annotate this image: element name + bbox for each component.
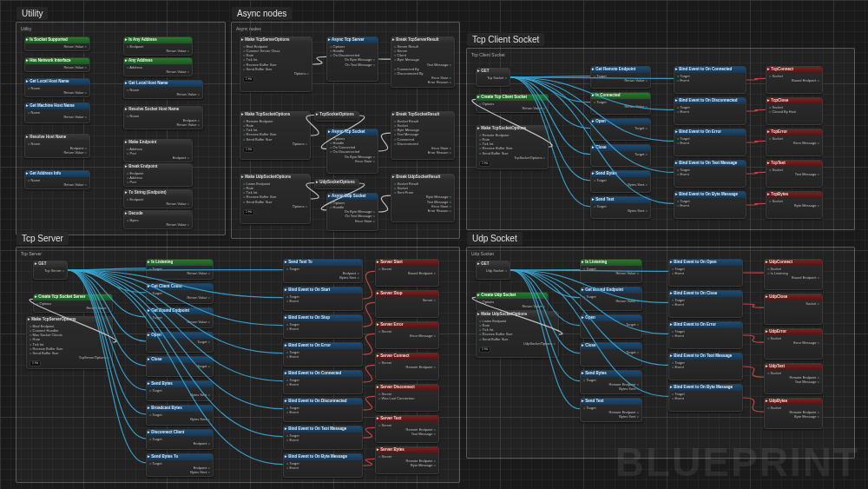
pin[interactable]: Bound Endpoint [767, 275, 819, 280]
pin[interactable]: TcpSocketOptions [479, 155, 545, 160]
pin[interactable]: Return Value [594, 104, 648, 109]
node-udps-src[interactable]: ▸ GETUdp Socket [476, 261, 510, 280]
node-tcps-c2-0[interactable]: ▸ Is ListeningTargetReturn Value [146, 259, 214, 280]
node-tcps-c3-5[interactable]: ▸ Bind Event to On DisconnectedTargetEve… [283, 398, 363, 422]
pin[interactable]: Target [583, 322, 639, 327]
node-tcps-c2-3[interactable]: ▸ OpenTarget [146, 332, 214, 353]
pin[interactable]: Return Value [127, 92, 200, 96]
node-tcps-c3-7[interactable]: ▸ Bind Event to On Byte MessageTargetEve… [283, 453, 363, 478]
node-udps-c2-0[interactable]: ▸ Is ListeningTargetReturn Value [580, 259, 642, 283]
pin[interactable]: Socket [767, 301, 819, 306]
node-a7[interactable]: ▸ UdpSocketOptions [314, 179, 359, 189]
node-udps-c4-3[interactable]: ▸ UdpTextSocketRemote EndpointText Messa… [764, 363, 823, 394]
pin[interactable]: Return Value [583, 271, 639, 275]
pin[interactable]: Byte Message [769, 203, 819, 208]
pin[interactable]: Event [677, 203, 743, 208]
node-tcpc-create[interactable]: ▸ Create Tcp Client SocketOptionsReturn … [476, 94, 549, 113]
pin[interactable]: Return Value [28, 150, 87, 155]
node-tcpc-c3-2[interactable]: ▸ Bind Event to On ErrorTargetEvent [674, 129, 746, 156]
node-udps-c2-1[interactable]: ▸ Get Bound EndpointTargetReturn Value [580, 287, 642, 311]
pin[interactable]: Text Message [378, 432, 436, 436]
pin[interactable]: Event [677, 141, 743, 145]
node-u4[interactable]: ▸ Get Machine Host NameNameReturn Value [24, 102, 90, 123]
pin[interactable]: Event [286, 410, 359, 414]
pin[interactable]: Text Message [769, 172, 819, 176]
pin[interactable]: Event [672, 334, 740, 338]
pin[interactable]: Return Value [127, 222, 189, 227]
pin[interactable]: Target [594, 126, 648, 130]
node-u14[interactable]: ▸ DecodeBytesReturn Value [123, 210, 193, 229]
pin[interactable]: Event [672, 302, 740, 307]
node-u3[interactable]: ▸ Get Local Host NameNameReturn Value [24, 78, 90, 97]
node-u13[interactable]: ▸ To String (Endpoint)EndpointReturn Val… [123, 189, 193, 208]
pin[interactable]: Error Message [378, 334, 436, 338]
node-tcpc-c2-2[interactable]: ▸ OpenTarget [590, 118, 651, 141]
node-tcps-c2-1[interactable]: ▸ Get Client CountTargetReturn Value [146, 283, 214, 304]
node-tcps-src[interactable]: ▸ GETTcp Server [33, 261, 68, 280]
node-tcps-c4-3[interactable]: ▸ Server ConnectServerRemote Endpoint [375, 353, 439, 380]
node-tcps-c4-5[interactable]: ▸ Server TextServerRemote EndpointText M… [375, 415, 439, 443]
pin[interactable]: Bytes Sent [583, 387, 639, 391]
node-a1[interactable]: ▸ Make TcpServerOptionsBind EndpointConn… [240, 36, 312, 92]
node-u5[interactable]: ▸ Resolve Host NameNameEndpointReturn Va… [24, 134, 90, 158]
node-tcpc-c3-1[interactable]: ▸ Bind Event to On DisconnectedTargetEve… [674, 97, 746, 125]
pin[interactable]: Endpoint [127, 155, 189, 160]
node-tcps-c4-4[interactable]: ▸ Server DisconnectServerWas Lost Connec… [375, 384, 439, 412]
node-a6[interactable]: ▸ Async Tcp SocketOptionsHandleOn Connec… [326, 129, 378, 174]
node-tcps-make[interactable]: ▸ Make TcpServerOptionsBind EndpointConn… [26, 316, 113, 369]
node-tcps-c3-6[interactable]: ▸ Bind Event to On Text MessageTargetEve… [283, 426, 363, 450]
node-a9[interactable]: ▸ Break TcpServerResultServer ResultServ… [391, 36, 455, 88]
node-udps-c4-2[interactable]: ▸ UdpErrorSocketError Message [764, 328, 823, 360]
pin[interactable]: Options [243, 142, 307, 146]
pin[interactable]: Event [286, 382, 359, 387]
node-tcpc-c3-4[interactable]: ▸ Bind Event to On Byte MessageTargetEve… [674, 191, 746, 219]
pin[interactable]: Endpoint [149, 441, 210, 446]
node-tcpc-src[interactable]: ▸ GETTcp Socket [476, 68, 510, 87]
pin[interactable]: Return Value [127, 49, 189, 53]
value-pill[interactable]: 1 Hz [243, 209, 254, 215]
pin[interactable]: Tcp Socket [479, 76, 507, 80]
pin[interactable]: UdpSocketOptions [479, 341, 556, 346]
node-tcpc-c4-3[interactable]: ▸ TcpTextSocketText Message [766, 160, 823, 188]
node-tcps-c3-4[interactable]: ▸ Bind Event to On ConnectedTargetEvent [283, 370, 363, 394]
node-tcps-c2-7[interactable]: ▸ Disconnect ClientTargetEndpoint [146, 429, 214, 450]
pin[interactable]: Return Value [127, 202, 189, 206]
pin[interactable]: Port [127, 180, 189, 184]
node-u12[interactable]: ▸ Break EndpointEndpointAddressPort [123, 163, 193, 187]
pin[interactable]: Target [149, 340, 210, 344]
node-tcpc-c4-2[interactable]: ▸ TcpErrorSocketError Message [766, 129, 823, 156]
pin[interactable]: Bytes Sent [149, 470, 210, 474]
value-pill[interactable]: 1 Hz [30, 360, 41, 367]
node-u1[interactable]: ▸ Is Socket SupportedReturn Value [24, 36, 90, 51]
node-tcps-c2-5[interactable]: ▸ Send BytesTargetBytes Sent [146, 380, 214, 401]
pin[interactable]: Return Value [36, 306, 109, 310]
value-pill[interactable]: 1 Hz [243, 147, 254, 153]
node-tcps-c3-1[interactable]: ▸ Bind Event to On StartTargetEvent [283, 287, 363, 311]
pin[interactable]: Event [286, 299, 359, 303]
pin[interactable]: Error Message [767, 340, 819, 345]
node-tcps-c4-0[interactable]: ▸ Server StartServerBound Endpoint [375, 259, 439, 287]
pin[interactable]: Bytes Sent [286, 275, 359, 280]
pin[interactable]: Text Message [767, 380, 819, 384]
pin[interactable]: Return Value [479, 106, 545, 110]
node-u2[interactable]: ▸ Has Network InterfaceReturn Value [24, 57, 90, 72]
pin[interactable]: Return Value [149, 295, 210, 300]
pin[interactable]: Bytes Sent [583, 414, 639, 419]
pin[interactable]: Return Value [149, 320, 210, 324]
node-u7[interactable]: ▸ Is Any AddressEndpointReturn Value [123, 36, 193, 56]
pin[interactable]: Event [672, 396, 740, 400]
node-udps-c3-3[interactable]: ▸ Bind Event to On Text MessageTargetEve… [668, 353, 743, 380]
node-u8[interactable]: ▸ Any AddressAddressReturn Value [123, 57, 193, 76]
node-a10[interactable]: ▸ Break TcpSocketResultSocket ResultSock… [391, 111, 455, 160]
node-udps-c3-4[interactable]: ▸ Bind Event to On Byte MessageTargetEve… [668, 384, 743, 412]
node-tcpc-c4-4[interactable]: ▸ TcpBytesSocketByte Message [766, 191, 823, 219]
pin[interactable]: Return Value [149, 271, 210, 275]
pin[interactable]: Was Lost Connection [378, 396, 436, 400]
pin[interactable]: Return Value [127, 122, 200, 127]
node-a2[interactable]: ▸ Make TcpSocketOptionsRemote EndpointRa… [240, 111, 311, 160]
pin[interactable]: Error Message [769, 141, 819, 145]
pin[interactable]: Tcp Server [36, 268, 64, 273]
node-a5[interactable]: ▸ TcpSocketOptions [314, 111, 359, 122]
node-tcpc-make[interactable]: ▸ Make TcpSocketOptionsRemote EndpointRa… [476, 125, 549, 169]
node-u6[interactable]: ▸ Get Address InfoNameReturn Value [24, 170, 90, 189]
